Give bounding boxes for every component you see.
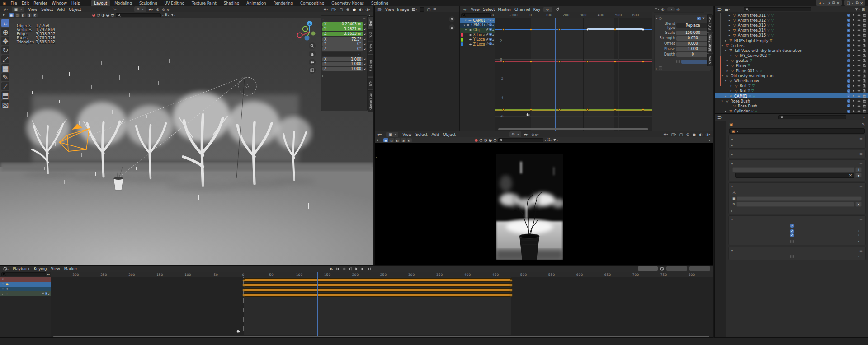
strip-summary[interactable] — [244, 278, 512, 282]
row-restriction-icons[interactable]: ✓ — [847, 74, 868, 78]
viewport-menu[interactable]: Select — [41, 7, 53, 12]
play-reverse-button[interactable] — [348, 267, 352, 271]
outliner-row[interactable]: ▸ ▽ goutte ▽ ▽ ✓ — [715, 58, 868, 63]
scale-field[interactable]: Y1.000 — [322, 62, 363, 66]
noise-panel-header[interactable]: ▾○ ✓✕≡ — [656, 16, 709, 20]
add-to-collection-button[interactable] — [732, 167, 854, 172]
timeline-menu[interactable]: Playback — [13, 266, 30, 271]
keyframe-dot[interactable] — [614, 28, 616, 31]
shading-material-icon[interactable]: ◐ — [699, 132, 702, 137]
proportional-icon[interactable]: ◎ — [676, 7, 679, 12]
location-field[interactable]: Y-5.2821 m — [322, 27, 363, 32]
overlays-toggle-icon[interactable]: ◫▾ — [671, 132, 676, 137]
copy-icon[interactable]: ⧉ — [832, 0, 835, 5]
tool-icon[interactable]: ▸ — [377, 138, 379, 142]
timeline-menu[interactable]: Keying — [34, 266, 47, 271]
row-restriction-icons[interactable]: ✓ — [847, 28, 868, 32]
orientation-selector[interactable]: 🌐︎▾ — [134, 6, 146, 12]
keyframe-dot[interactable] — [586, 61, 589, 63]
outliner-row[interactable]: ▾ ▽ Old rusty watering can ▽ ▽ ✓ — [715, 73, 868, 78]
toolbar-search-input[interactable] — [116, 13, 161, 17]
row-restriction-icons[interactable]: ✓ — [847, 44, 868, 47]
timeline-scrollbar[interactable] — [53, 336, 709, 337]
overlays-toggle-icon[interactable]: ◫▾ — [331, 7, 336, 12]
selectable-checkbox[interactable]: ✓ — [790, 224, 794, 228]
tool-icon[interactable]: ▸ — [3, 13, 5, 17]
noise-field[interactable]: 0.000 — [676, 42, 709, 46]
gizmo-toggle-icon[interactable]: ✥▾ — [663, 132, 668, 137]
outliner-row[interactable]: ▾ ▽ Wheelbarrow ▽ ▽ ✓ — [715, 78, 868, 83]
copy-icon[interactable]: ⧉ — [856, 0, 859, 5]
normalize-toggle[interactable]: ∿ — [543, 7, 552, 12]
filter-icon[interactable]: ▾ — [654, 8, 659, 11]
influence-slider[interactable] — [681, 60, 709, 64]
snap-icon[interactable]: ◓▾ — [149, 7, 153, 12]
jump-to-end-button[interactable] — [367, 267, 371, 271]
outliner-row[interactable]: ▸ ▽ Cylinder ▽ ▽ ✓ — [715, 109, 868, 113]
start-frame-field[interactable] — [666, 266, 687, 271]
channel-cam01action[interactable]: ▾❖ — [0, 287, 51, 292]
ortho-grid-button[interactable] — [309, 67, 316, 74]
display-mode-icon[interactable]: ⠿▾ — [165, 13, 169, 17]
select-mode-new-icon[interactable]: ▦ — [383, 138, 388, 142]
n-panel-tab[interactable]: Generator — [368, 90, 373, 112]
tool-measure[interactable]: ⟋ — [1, 82, 9, 90]
sidebar-tab[interactable]: View — [707, 54, 713, 66]
graph-scrollbar[interactable] — [498, 128, 648, 130]
select-mode-extend-icon[interactable]: ◫ — [15, 13, 20, 17]
keyframe-dot[interactable] — [530, 108, 532, 111]
shading-solid-icon[interactable]: ● — [693, 132, 696, 137]
editor-type-icon[interactable]: ▨▾ — [377, 7, 382, 12]
lock-icon[interactable]: 🔓︎ — [364, 32, 366, 36]
new-collection-icon[interactable]: ⊞ — [862, 7, 865, 12]
keyframe-dot[interactable] — [502, 28, 505, 31]
noise-field[interactable]: 150.000 — [676, 31, 709, 35]
keyframe-dot[interactable] — [558, 61, 561, 63]
zoom-button[interactable] — [449, 16, 455, 22]
channel-search-input[interactable] — [461, 13, 491, 17]
transform-panel-header[interactable]: ▾≡ — [322, 17, 366, 21]
row-restriction-icons[interactable]: ✓ — [847, 69, 868, 73]
options-menu[interactable]: ▾ — [709, 138, 710, 142]
select-mode-new-icon[interactable]: ▦ — [9, 13, 14, 17]
noise-field[interactable]: 0 — [676, 52, 709, 57]
outliner-row[interactable]: ▸ ▽ Ahorn tree.011 ▽ ▽ ✓ — [715, 13, 868, 18]
material-ball-icon[interactable]: ◕ — [92, 13, 95, 17]
select-mode-subtract-icon[interactable]: ◧ — [21, 13, 26, 17]
camera-view-button[interactable] — [309, 59, 316, 65]
rotation-field[interactable]: Y0° — [322, 42, 363, 47]
outliner-row[interactable]: ▸ ▽ HOPS Light Empty ▽ ▽ ✓ — [715, 38, 868, 43]
ghost-curves-icon[interactable]: ⊙▾ — [661, 7, 665, 12]
graph-ruler[interactable]: -1000100200300400500600 — [495, 12, 652, 18]
noise-field[interactable]: Replace — [676, 23, 709, 28]
viewport-display-header[interactable]: ▾≡ — [729, 248, 865, 253]
modifier-enable-checkbox[interactable]: ✓ — [697, 17, 701, 20]
graph-menu[interactable]: View — [471, 7, 480, 12]
mode-selector[interactable]: ▣▾ — [12, 7, 24, 12]
editor-type-icon[interactable]: ⇄▾ — [3, 7, 8, 12]
properties-panel-header[interactable]: ▸ — [322, 73, 366, 77]
lock-icon[interactable]: 🔓︎ — [364, 62, 366, 66]
lock-icon[interactable]: 🔓︎ — [364, 37, 366, 41]
add-workspace-button[interactable] — [392, 5, 399, 6]
graph-channel-row[interactable]: ▾ Obj ✓🔓︎ — [460, 28, 495, 33]
graph-menu[interactable]: Select — [483, 7, 495, 12]
rotation-field[interactable]: X72.3° — [322, 37, 363, 42]
display-header[interactable]: ▸ — [729, 209, 865, 213]
xray-toggle-icon[interactable]: ▢ — [679, 132, 683, 137]
workspace-tab[interactable]: Animation — [243, 0, 269, 6]
tool-select-box[interactable]: ⬚ — [1, 19, 9, 27]
close-icon[interactable]: ✕ — [860, 1, 863, 5]
snap-icon[interactable]: ◓▾ — [524, 132, 528, 137]
play-button[interactable] — [354, 267, 359, 271]
editor-type-icon[interactable]: ☰▾ — [717, 7, 722, 12]
keyframe-dot[interactable] — [642, 61, 644, 63]
topbar-menu[interactable]: Render — [33, 1, 47, 5]
snap-target-icon[interactable]: ⊙ — [156, 7, 159, 12]
calculate-button[interactable] — [737, 196, 862, 201]
brush-icon-1[interactable]: ◔ — [97, 13, 100, 17]
timeline-menu[interactable]: Marker — [64, 266, 77, 271]
graph-menu[interactable]: Marker — [498, 7, 511, 12]
graph-menu[interactable]: Key — [533, 7, 540, 12]
keyframe-dot[interactable] — [614, 61, 616, 63]
